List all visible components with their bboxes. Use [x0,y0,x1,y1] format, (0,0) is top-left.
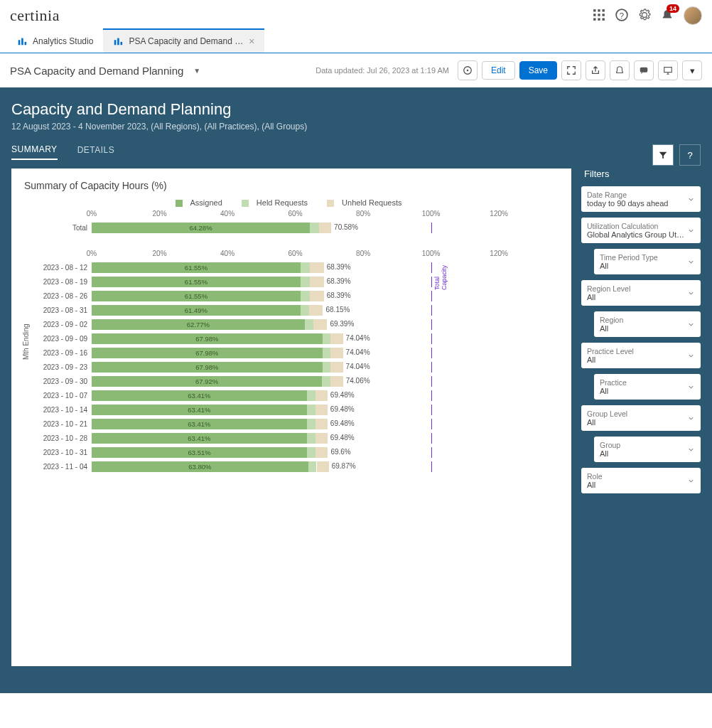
axis-tick: 80% [356,210,370,218]
bar-category-label: 2023 - 10 - 31 [24,449,92,456]
filter-time-period-type[interactable]: Time Period TypeAll [594,249,701,274]
notification-badge: 14 [667,4,679,13]
axis-tick: 20% [153,250,167,257]
chart-bar-row: 2023 - 09 - 0262.77%69.39% [24,318,559,331]
bar-category-label: 2023 - 10 - 07 [24,392,92,400]
chart-bar-row: 2023 - 09 - 2367.98%74.04% [24,360,559,373]
apps-icon[interactable] [593,9,605,23]
svg-rect-12 [21,38,23,46]
filter-date-range[interactable]: Date Rangetoday to 90 days ahead [581,186,701,212]
svg-text:?: ? [620,11,624,19]
chart-bar-row: 2023 - 08 - 1961.55%68.39% [24,275,559,288]
svg-rect-15 [118,38,120,46]
bell-icon[interactable] [610,60,630,80]
bar-category-label: 2023 - 09 - 16 [24,349,92,357]
present-icon[interactable] [658,60,678,80]
axis-tick: 40% [220,250,234,257]
help-panel-icon[interactable]: ? [679,144,701,166]
filter-utilization-calculation[interactable]: Utilization CalculationGlobal Analytics … [581,218,701,243]
filters-heading: Filters [581,168,701,179]
chart-bar-row: 2023 - 09 - 0967.98%74.04% [24,332,559,345]
help-icon[interactable]: ? [615,9,628,23]
bar-category-label: 2023 - 10 - 14 [24,406,92,414]
bar-category-label: 2023 - 09 - 30 [24,378,92,385]
svg-rect-20 [664,68,672,73]
axis-tick: 20% [153,210,167,218]
chart-title: Summary of Capacity Hours (%) [24,180,559,191]
axis-tick: 0% [87,250,97,257]
chart-bar-row: 2023 - 10 - 2863.41%69.48% [24,432,559,444]
bar-category-label: 2023 - 08 - 31 [24,306,92,314]
filter-region[interactable]: RegionAll [594,311,701,337]
brand-logo: certinia [10,6,60,25]
svg-rect-1 [598,9,600,11]
y-axis-label: Mth Ending [22,324,30,360]
axis-tick: 0% [87,210,97,218]
more-icon[interactable]: ▾ [682,60,702,80]
axis-tick: 100% [422,250,441,257]
chart-bar-row: 2023 - 10 - 2163.41%69.48% [24,417,559,430]
workspace-tab[interactable]: Analytics Studio [7,28,103,53]
bar-category-label: 2023 - 11 - 04 [24,463,92,471]
axis-tick: 120% [490,250,508,257]
filter-region-level[interactable]: Region LevelAll [581,280,701,306]
bar-category-label: 2023 - 09 - 02 [24,321,92,328]
bar-category-label: 2023 - 08 - 12 [24,264,92,272]
data-updated-text: Data updated: Jul 26, 2023 at 1:19 AM [315,66,449,75]
chart-bar-row: 2023 - 08 - 1261.55%68.39%Total Capacity [24,261,559,274]
close-icon[interactable]: × [249,36,254,47]
axis-tick: 60% [288,210,303,218]
workspace-tab[interactable]: PSA Capacity and Demand …× [103,28,264,53]
bar-category-label: 2023 - 08 - 19 [24,278,92,286]
comment-icon[interactable] [634,60,654,80]
share-icon[interactable] [586,60,605,80]
axis-tick: 40% [220,210,234,218]
bar-category-label: Total [24,224,92,232]
chart-bar-row: Total64.28%70.58% [24,221,559,234]
svg-rect-11 [18,40,21,45]
fullscreen-icon[interactable] [561,60,581,80]
bar-category-label: 2023 - 10 - 21 [24,420,92,428]
chart-bar-row: 2023 - 09 - 3067.92%74.06% [24,375,559,387]
chart-bar-row: 2023 - 11 - 0463.80%69.87% [24,460,559,473]
save-button[interactable]: Save [519,61,557,80]
svg-rect-0 [593,9,595,11]
filter-group-level[interactable]: Group LevelAll [581,405,701,431]
axis-tick: 60% [288,250,303,257]
svg-rect-2 [603,9,605,11]
filter-practice[interactable]: PracticeAll [594,374,701,400]
svg-rect-5 [603,14,605,16]
svg-rect-16 [121,42,123,45]
svg-rect-13 [25,42,27,45]
notification-icon[interactable]: 14 [661,9,674,23]
chart-legend: Assigned Held Requests Unheld Requests [24,198,559,207]
svg-rect-4 [598,14,600,16]
svg-rect-6 [593,18,595,20]
filter-icon[interactable] [652,144,674,166]
chart-bar-row: 2023 - 10 - 1463.41%69.48% [24,403,559,416]
chart-bar-row: 2023 - 08 - 3161.49%68.15% [24,304,559,316]
scope-icon[interactable] [458,60,478,80]
dashboard-title: PSA Capacity and Demand Planning [10,65,183,77]
bar-category-label: 2023 - 09 - 23 [24,363,92,371]
svg-rect-7 [598,18,600,20]
edit-button[interactable]: Edit [482,61,515,80]
chart-bar-row: 2023 - 09 - 1667.98%74.04% [24,346,559,359]
page-heading: Capacity and Demand Planning [11,100,701,119]
gear-icon[interactable] [638,9,651,23]
svg-rect-14 [114,40,117,45]
avatar[interactable] [684,6,702,25]
page-subheading: 12 August 2023 - 4 November 2023, (All R… [11,122,701,132]
filter-role[interactable]: RoleAll [581,468,701,493]
chart-bar-row: 2023 - 10 - 0763.41%69.48% [24,389,559,402]
axis-tick: 80% [356,250,370,257]
svg-point-18 [467,70,469,72]
bar-category-label: 2023 - 08 - 26 [24,292,92,300]
tab-details[interactable]: DETAILS [77,145,115,159]
chevron-down-icon[interactable]: ▼ [193,67,200,75]
svg-rect-19 [640,68,648,73]
filter-practice-level[interactable]: Practice LevelAll [581,343,701,368]
filter-group[interactable]: GroupAll [594,437,701,462]
chart-bar-row: 2023 - 10 - 3163.51%69.6% [24,446,559,459]
tab-summary[interactable]: SUMMARY [11,144,58,160]
